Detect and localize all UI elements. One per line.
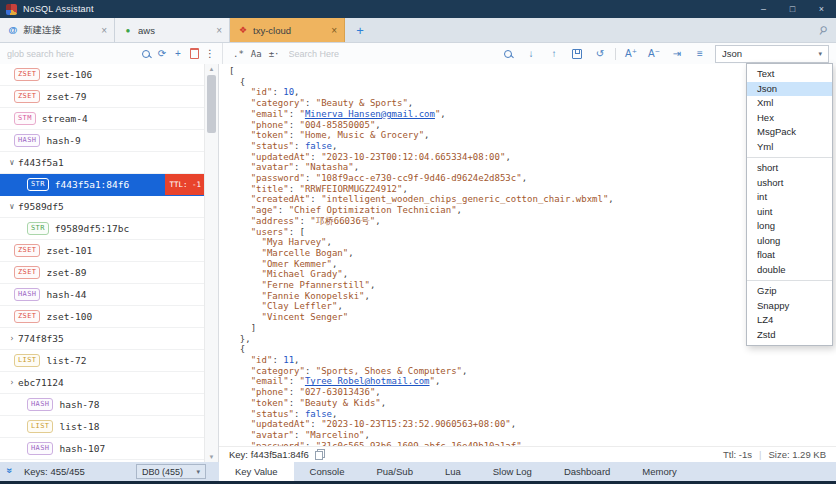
format-option-ushort[interactable]: ushort [747, 176, 832, 191]
fuzzy-match-toggle-icon[interactable]: ±· [269, 49, 280, 59]
key-item-f443f5a1:84f6[interactable]: STRf443f5a1:84f6TTL: -1 [0, 174, 205, 196]
format-option-MsgPack[interactable]: MsgPack [747, 125, 832, 140]
chevron-right-icon[interactable]: › [6, 334, 18, 343]
tab-aws[interactable]: ●aws× [115, 18, 230, 42]
json-token: : [272, 355, 283, 365]
maximize-button[interactable]: □ [778, 0, 807, 18]
format-option-double[interactable]: double [747, 263, 832, 278]
key-group-f9589df5[interactable]: ∨f9589df5 [0, 196, 205, 218]
json-token: , [402, 184, 407, 194]
key-label: stream-4 [42, 113, 88, 124]
close-button[interactable]: × [807, 0, 836, 18]
key-item-hash-78[interactable]: HASHhash-78 [0, 394, 205, 416]
regex-toggle-icon[interactable]: .* [233, 49, 244, 59]
more-menu-icon[interactable]: ⋮ [202, 46, 218, 62]
key-item-stream-4[interactable]: STMstream-4 [0, 108, 205, 130]
format-option-Xml[interactable]: Xml [747, 96, 832, 111]
add-connection-button[interactable]: + [345, 18, 375, 42]
key-item-zset-79[interactable]: ZSETzset-79 [0, 86, 205, 108]
json-line: "phone": "004-85850005", [229, 120, 836, 131]
key-item-zset-89[interactable]: ZSETzset-89 [0, 262, 205, 284]
bottom-tab-lua[interactable]: Lua [429, 462, 477, 481]
key-item-zset-100[interactable]: ZSETzset-100 [0, 306, 205, 328]
json-token: : [289, 130, 300, 140]
format-option-long[interactable]: long [747, 219, 832, 234]
format-option-Snappy[interactable]: Snappy [747, 299, 832, 314]
value-editor[interactable]: [ { "id": 10, "category": "Beauty & Spor… [219, 64, 836, 447]
sidebar-scrollbar[interactable]: ▲ ▼ [204, 64, 218, 462]
json-line: "Ferne Pfannerstill", [229, 280, 836, 291]
find-icon[interactable] [500, 46, 516, 62]
chevron-down-icon[interactable]: ∨ [6, 202, 18, 211]
format-option-uint[interactable]: uint [747, 205, 832, 220]
value-search-input[interactable] [287, 48, 493, 60]
bottom-tab-pua-sub[interactable]: Pua/Sub [360, 462, 428, 481]
bottom-tab-key-value[interactable]: Key Value [219, 462, 294, 481]
format-option-short[interactable]: short [747, 161, 832, 176]
format-option-ulong[interactable]: ulong [747, 234, 832, 249]
pin-icon[interactable]: ⚲ [813, 18, 833, 42]
match-case-toggle-icon[interactable]: Aa [251, 49, 262, 59]
key-item-hash-44[interactable]: HASHhash-44 [0, 284, 205, 306]
outline-icon[interactable]: ≡ [692, 46, 708, 62]
font-increase-icon[interactable]: A⁺ [623, 46, 639, 62]
glob-search-input[interactable] [0, 48, 138, 60]
minimize-button[interactable]: – [749, 0, 778, 18]
refresh-icon[interactable]: ⟳ [154, 46, 170, 62]
email-link[interactable]: Minerva_Hansen@gmail.com [305, 109, 435, 119]
key-group-774f8f35[interactable]: ›774f8f35 [0, 328, 205, 350]
format-option-Zstd[interactable]: Zstd [747, 328, 832, 343]
format-option-Json[interactable]: Json [747, 82, 832, 97]
key-item-hash-107[interactable]: HASHhash-107 [0, 438, 205, 460]
json-token: { [229, 77, 245, 87]
json-line: [ [229, 66, 836, 77]
format-option-int[interactable]: int [747, 190, 832, 205]
key-group-ebc71124[interactable]: ›ebc71124 [0, 372, 205, 394]
key-group-f443f5a1[interactable]: ∨f443f5a1 [0, 152, 205, 174]
key-item-list-18[interactable]: LISTlist-18 [0, 416, 205, 438]
key-item-list-72[interactable]: LISTlist-72 [0, 350, 205, 372]
tab-label: txy-cloud [253, 25, 327, 36]
chevron-down-icon[interactable]: ∨ [6, 158, 18, 167]
search-icon[interactable] [138, 46, 154, 62]
tab-txy-cloud[interactable]: ❖txy-cloud× [230, 18, 345, 42]
format-option-Text[interactable]: Text [747, 67, 832, 82]
collapse-panel-icon[interactable]: » [4, 468, 15, 474]
add-key-icon[interactable]: + [170, 46, 186, 62]
chevron-right-icon[interactable]: › [6, 378, 18, 387]
bottom-tab-memory[interactable]: Memory [626, 462, 692, 481]
close-tab-icon[interactable]: × [97, 25, 107, 36]
find-prev-icon[interactable]: ↑ [546, 46, 562, 62]
save-icon[interactable] [569, 46, 585, 62]
bottom-tab-dashboard[interactable]: Dashboard [548, 462, 626, 481]
scroll-up-icon[interactable]: ▲ [205, 66, 218, 72]
format-option-Hex[interactable]: Hex [747, 111, 832, 126]
key-item-zset-106[interactable]: ZSETzset-106 [0, 64, 205, 86]
format-option-LZ4[interactable]: LZ4 [747, 313, 832, 328]
word-wrap-icon[interactable]: ⇥ [669, 46, 685, 62]
close-tab-icon[interactable]: × [327, 25, 337, 36]
format-option-Yml[interactable]: Yml [747, 140, 832, 155]
scroll-down-icon[interactable]: ▼ [205, 454, 218, 460]
json-token [229, 366, 251, 376]
bottom-tab-console[interactable]: Console [294, 462, 361, 481]
json-token: "Marcelle Bogan" [262, 248, 349, 258]
close-tab-icon[interactable]: × [212, 25, 222, 36]
email-link[interactable]: Tyree_Robel@hotmail.com [305, 376, 430, 386]
delete-key-icon[interactable] [186, 46, 202, 62]
reload-icon[interactable]: ↺ [592, 46, 608, 62]
format-option-float[interactable]: float [747, 248, 832, 263]
font-decrease-icon[interactable]: A⁻ [646, 46, 662, 62]
db-select[interactable]: DB0 (455) ▾ [136, 464, 206, 479]
scrollbar-thumb[interactable] [207, 75, 216, 133]
key-item-f9589df5:17bc[interactable]: STRf9589df5:17bc [0, 218, 205, 240]
key-item-hash-9[interactable]: HASHhash-9 [0, 130, 205, 152]
copy-key-icon[interactable] [315, 449, 325, 460]
format-option-Gzip[interactable]: Gzip [747, 284, 832, 299]
tab-新建连接[interactable]: @新建连接× [0, 18, 115, 42]
find-next-icon[interactable]: ↓ [523, 46, 539, 62]
json-line: "password": "108f9acc-e730-cc9f-9d46-d96… [229, 173, 836, 184]
bottom-tab-slow-log[interactable]: Slow Log [477, 462, 548, 481]
format-select[interactable]: Json ▾ [715, 45, 829, 63]
key-item-zset-101[interactable]: ZSETzset-101 [0, 240, 205, 262]
